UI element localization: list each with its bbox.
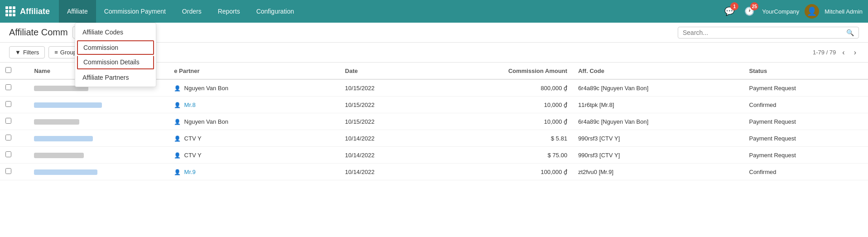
- company-name: YourCompany: [762, 8, 799, 15]
- cell-date: 10/14/2022: [340, 147, 433, 164]
- person-icon: 👤: [174, 135, 182, 142]
- select-all-checkbox-header[interactable]: [0, 63, 29, 79]
- cell-aff-code[interactable]: 11r6tpk [Mr.8]: [573, 97, 743, 113]
- cell-status: Payment Request: [744, 130, 868, 147]
- cell-commission: $ 75.00: [433, 147, 573, 164]
- prev-page-button[interactable]: ‹: [839, 48, 847, 58]
- cell-date: 10/14/2022: [340, 130, 433, 147]
- cell-aff-code: 6r4a89c [Nguyen Van Bon]: [573, 113, 743, 130]
- person-icon: 👤: [174, 119, 182, 125]
- avatar[interactable]: 👤: [805, 4, 819, 19]
- cell-partner[interactable]: 👤 Mr.8: [169, 97, 339, 113]
- cell-partner: 👤 Nguyen Van Bon: [169, 79, 339, 97]
- groupby-icon: ≡: [54, 49, 58, 56]
- cell-aff-code[interactable]: zt2fvu0 [Mr.9]: [573, 164, 743, 180]
- cell-name: [29, 164, 169, 180]
- dropdown-affiliate-partners[interactable]: Affiliate Partners: [75, 70, 156, 85]
- table-row: 👤 CTV Y10/14/2022$ 5.81990rsf3 [CTV Y]Pa…: [0, 130, 868, 147]
- cell-date[interactable]: 10/15/2022: [340, 97, 433, 113]
- cell-commission[interactable]: 100,000 ₫: [433, 164, 573, 180]
- brand-name: Affiliate: [20, 7, 50, 16]
- table-row: 👤 Mr.910/14/2022100,000 ₫zt2fvu0 [Mr.9]C…: [0, 164, 868, 180]
- row-checkbox[interactable]: [5, 101, 11, 107]
- pagination-text: 1-79 / 79: [813, 49, 836, 56]
- table-row: 👤 Mr.810/15/202210,000 ₫11r6tpk [Mr.8]Co…: [0, 97, 868, 113]
- table-row: 👤 Nguyen Van Bon10/15/202210,000 ₫6r4a89…: [0, 113, 868, 130]
- nav-orders[interactable]: Orders: [174, 0, 210, 23]
- nav-configuration[interactable]: Configuration: [248, 0, 302, 23]
- nav-menu: Affiliate Commission Payment Orders Repo…: [59, 0, 302, 23]
- cell-partner: 👤 CTV Y: [169, 147, 339, 164]
- nav-commission-payment[interactable]: Commission Payment: [96, 0, 174, 23]
- cell-commission: 800,000 ₫: [433, 79, 573, 97]
- col-header-affcode: Aff. Code: [573, 63, 743, 79]
- message-button[interactable]: 💬 1: [722, 4, 737, 19]
- message-badge: 1: [730, 2, 738, 10]
- search-input[interactable]: [683, 29, 846, 36]
- filters-button[interactable]: ▼ Filters: [9, 46, 45, 58]
- cell-status: Payment Request: [744, 147, 868, 164]
- brand-area[interactable]: Affiliate: [5, 6, 50, 16]
- nav-reports[interactable]: Reports: [210, 0, 248, 23]
- row-checkbox[interactable]: [5, 135, 11, 140]
- row-checkbox[interactable]: [5, 118, 11, 124]
- select-all-checkbox[interactable]: [5, 67, 11, 73]
- admin-name: Mitchell Admin: [825, 8, 863, 15]
- row-checkbox[interactable]: [5, 151, 11, 157]
- pagination: 1-79 / 79 ‹ ›: [813, 48, 859, 58]
- col-header-date: Date: [340, 63, 433, 79]
- activity-button[interactable]: 🕐 25: [742, 4, 757, 19]
- cell-status: Payment Request: [744, 113, 868, 130]
- affiliate-dropdown: Affiliate Codes Commission Commission De…: [75, 23, 156, 87]
- cell-date: 10/15/2022: [340, 113, 433, 130]
- dropdown-commission-details[interactable]: Commission Details: [77, 56, 154, 69]
- col-header-partner: e Partner: [169, 63, 339, 79]
- cell-status: Payment Request: [744, 79, 868, 97]
- next-page-button[interactable]: ›: [851, 48, 859, 58]
- page-title: Affiliate Comm: [9, 27, 68, 38]
- dropdown-affiliate-codes[interactable]: Affiliate Codes: [75, 25, 156, 39]
- table-body: 👤 Nguyen Van Bon10/15/2022800,000 ₫6r4a8…: [0, 79, 868, 180]
- row-checkbox[interactable]: [5, 84, 11, 90]
- person-icon: 👤: [174, 102, 182, 108]
- col-header-status: Status: [744, 63, 868, 79]
- search-icon: 🔍: [846, 29, 854, 36]
- cell-commission: $ 5.81: [433, 130, 573, 147]
- cell-date[interactable]: 10/14/2022: [340, 164, 433, 180]
- cell-status: Confirmed: [744, 97, 868, 113]
- cell-commission: 10,000 ₫: [433, 113, 573, 130]
- cell-name: [29, 97, 169, 113]
- cell-aff-code: 6r4a89c [Nguyen Van Bon]: [573, 79, 743, 97]
- dropdown-commission[interactable]: Commission: [77, 40, 154, 55]
- grid-icon[interactable]: [5, 6, 15, 16]
- cell-aff-code: 990rsf3 [CTV Y]: [573, 130, 743, 147]
- row-checkbox[interactable]: [5, 168, 11, 174]
- cell-status: Confirmed: [744, 164, 868, 180]
- person-icon: 👤: [174, 169, 182, 175]
- navbar: Affiliate Affiliate Commission Payment O…: [0, 0, 868, 23]
- search-bar: 🔍: [678, 27, 859, 39]
- cell-partner: 👤 Nguyen Van Bon: [169, 113, 339, 130]
- filter-icon: ▼: [15, 49, 21, 56]
- cell-commission[interactable]: 10,000 ₫: [433, 97, 573, 113]
- col-header-commission: Commission Amount: [433, 63, 573, 79]
- cell-name: [29, 130, 169, 147]
- nav-affiliate[interactable]: Affiliate: [59, 0, 96, 23]
- table-row: 👤 CTV Y10/14/2022$ 75.00990rsf3 [CTV Y]P…: [0, 147, 868, 164]
- person-icon: 👤: [174, 152, 182, 159]
- navbar-right: 💬 1 🕐 25 YourCompany 👤 Mitchell Admin: [722, 4, 863, 19]
- cell-date: 10/15/2022: [340, 79, 433, 97]
- cell-name: [29, 113, 169, 130]
- cell-aff-code: 990rsf3 [CTV Y]: [573, 147, 743, 164]
- cell-partner[interactable]: 👤 Mr.9: [169, 164, 339, 180]
- cell-partner: 👤 CTV Y: [169, 130, 339, 147]
- person-icon: 👤: [174, 85, 182, 92]
- cell-name: [29, 147, 169, 164]
- activity-badge: 25: [750, 2, 758, 10]
